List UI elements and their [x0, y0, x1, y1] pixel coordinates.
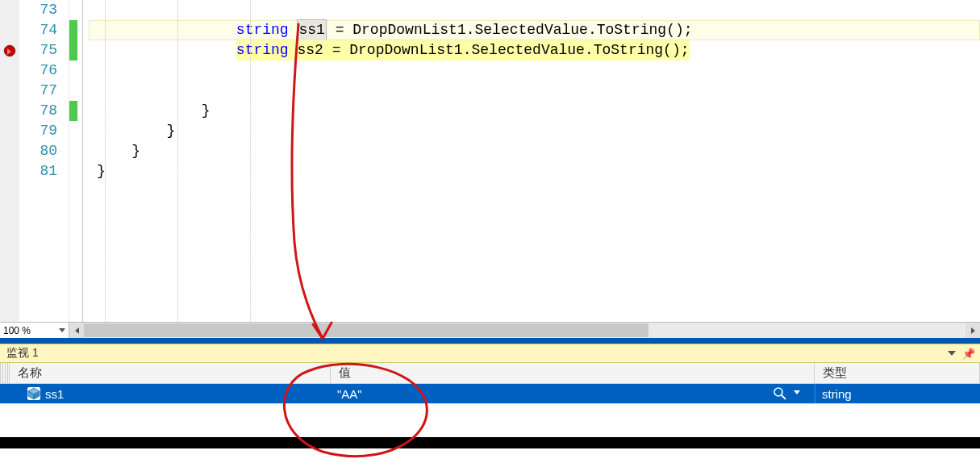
editor-footer: 100 % — [0, 322, 980, 338]
magnifier-icon[interactable] — [773, 386, 787, 403]
visualizer-dropdown-icon[interactable] — [794, 390, 800, 394]
zoom-level-value: 100 % — [3, 325, 31, 336]
watch-variable-value: "AA" — [337, 387, 362, 401]
code-text-area[interactable]: string ss1 = DropDownList1.SelectedValue… — [89, 0, 980, 322]
line-number: 74 — [19, 20, 57, 40]
code-line[interactable]: } — [89, 141, 980, 161]
line-number: 78 — [19, 101, 57, 121]
code-line[interactable] — [89, 60, 980, 81]
triangle-right-icon — [971, 327, 975, 334]
code-editor[interactable]: 73 74 75 76 77 78 79 80 81 string ss1 = … — [0, 0, 980, 322]
watch-name-cell[interactable]: ss1 — [0, 384, 331, 403]
pin-icon[interactable]: 📌 — [962, 348, 975, 360]
code-line-exec[interactable]: string ss2 = DropDownList1.SelectedValue… — [89, 40, 980, 60]
line-number: 73 — [19, 0, 57, 20]
bottom-border — [0, 437, 980, 448]
watch-panel-titlebar[interactable]: 监视 1 📌 — [0, 344, 980, 363]
symbol-highlight: ss1 — [297, 19, 326, 41]
watch-row-selected[interactable]: ss1 "AA" string — [0, 384, 980, 403]
zoom-level-dropdown[interactable]: 100 % — [0, 323, 69, 338]
watch-header-row: 名称 值 类型 — [0, 363, 980, 384]
watch-header-name[interactable]: 名称 — [10, 363, 331, 383]
row-header-grip[interactable] — [0, 363, 10, 383]
horizontal-scrollbar[interactable] — [69, 323, 980, 338]
variable-object-icon — [27, 387, 40, 400]
outline-gutter[interactable] — [77, 0, 89, 322]
code-line[interactable]: } — [89, 121, 980, 141]
watch-variable-type: string — [822, 387, 852, 401]
line-number: 80 — [19, 141, 57, 161]
code-line[interactable] — [89, 0, 980, 20]
breakpoint-marker[interactable] — [4, 45, 15, 56]
line-number: 75 — [19, 40, 57, 60]
triangle-left-icon — [75, 327, 79, 334]
breakpoint-gutter[interactable] — [0, 0, 19, 322]
code-line[interactable] — [89, 81, 980, 101]
scroll-left-button[interactable] — [69, 323, 84, 338]
watch-header-type[interactable]: 类型 — [815, 363, 980, 383]
line-number-gutter: 73 74 75 76 77 78 79 80 81 — [19, 0, 69, 322]
watch-value-cell[interactable]: "AA" — [331, 384, 815, 403]
code-line[interactable]: } — [89, 161, 980, 181]
code-line[interactable]: } — [89, 101, 980, 121]
change-indicator-gutter — [69, 0, 77, 322]
window-position-dropdown-icon[interactable] — [948, 351, 956, 356]
watch-type-cell: string — [815, 384, 980, 403]
line-number: 76 — [19, 60, 57, 81]
watch-header-value[interactable]: 值 — [331, 363, 815, 383]
svg-line-4 — [782, 395, 786, 399]
chevron-down-icon — [59, 328, 65, 332]
line-number: 77 — [19, 81, 57, 101]
scroll-right-button[interactable] — [965, 323, 980, 338]
watch-variable-name: ss1 — [45, 387, 64, 401]
watch-empty-row[interactable] — [0, 403, 980, 437]
svg-point-3 — [774, 388, 782, 396]
watch-panel-title: 监视 1 — [6, 346, 39, 361]
panel-separator[interactable] — [0, 338, 980, 344]
line-number: 79 — [19, 121, 57, 141]
scrollbar-thumb[interactable] — [84, 323, 648, 337]
line-number: 81 — [19, 161, 57, 181]
scrollbar-track[interactable] — [84, 323, 965, 338]
code-line-current[interactable]: string ss1 = DropDownList1.SelectedValue… — [89, 20, 980, 40]
